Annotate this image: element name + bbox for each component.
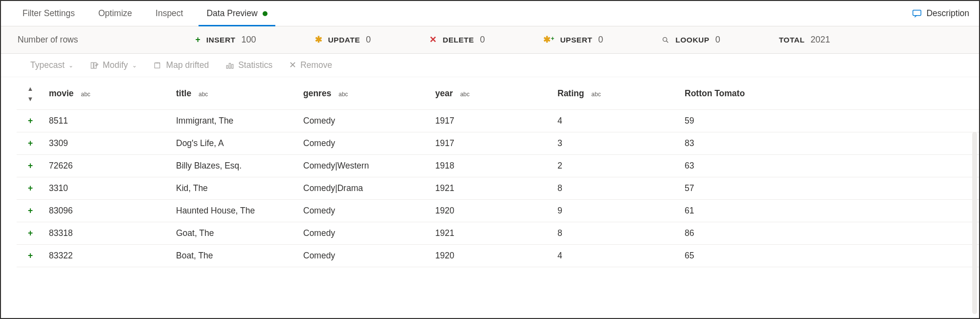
stat-total-label: TOTAL	[779, 36, 805, 44]
statistics-button[interactable]: Statistics	[220, 60, 278, 70]
modify-label: Modify	[103, 60, 128, 70]
svg-rect-6	[229, 64, 231, 69]
x-icon: ✕	[429, 35, 437, 45]
stat-total: TOTAL 2021	[779, 35, 830, 45]
description-button[interactable]: Description	[912, 8, 979, 19]
column-header-rotton-tomato[interactable]: Rotton Tomato	[680, 77, 979, 110]
column-header-year[interactable]: year abc	[430, 77, 553, 110]
tabs-bar: Filter Settings Optimize Inspect Data Pr…	[1, 1, 979, 26]
stat-upsert-label: UPSERT	[560, 36, 592, 44]
row-insert-mark-icon: +	[17, 177, 44, 200]
cell-genres: Comedy|Drama	[298, 177, 430, 200]
type-badge: abc	[199, 91, 208, 98]
remove-label: Remove	[300, 60, 332, 70]
cell-year: 1921	[430, 177, 553, 200]
svg-rect-4	[155, 63, 160, 68]
cell-rotton-tomato: 61	[680, 200, 979, 222]
stat-insert-value: 100	[242, 35, 256, 45]
typecast-label: Typecast	[30, 60, 65, 70]
cell-rotton-tomato: 57	[680, 177, 979, 200]
stat-insert-label: INSERT	[206, 36, 236, 44]
cell-genres: Comedy|Western	[298, 155, 430, 177]
search-icon	[662, 35, 669, 45]
vertical-scrollbar[interactable]	[972, 132, 977, 314]
column-name: Rotton Tomato	[685, 88, 745, 98]
table-row[interactable]: + 3309 Dog's Life, A Comedy 1917 3 83	[17, 132, 979, 155]
status-dot-icon	[263, 11, 267, 16]
cell-movie: 3309	[44, 132, 171, 155]
column-header-movie[interactable]: movie abc	[44, 77, 171, 110]
description-label: Description	[926, 8, 969, 19]
column-header-rating[interactable]: Rating abc	[553, 77, 680, 110]
tab-filter-settings[interactable]: Filter Settings	[11, 1, 87, 26]
cell-title: Haunted House, The	[171, 200, 298, 222]
column-name: genres	[303, 88, 331, 98]
stat-delete-value: 0	[480, 35, 485, 45]
cell-rotton-tomato: 59	[680, 110, 979, 132]
stat-insert: + INSERT 100	[196, 35, 256, 45]
cell-rating: 4	[553, 110, 680, 132]
tab-optimize[interactable]: Optimize	[87, 1, 144, 26]
table-row[interactable]: + 72626 Billy Blazes, Esq. Comedy|Wester…	[17, 155, 979, 177]
cell-title: Boat, The	[171, 245, 298, 267]
row-insert-mark-icon: +	[17, 222, 44, 245]
table-row[interactable]: + 3310 Kid, The Comedy|Drama 1921 8 57	[17, 177, 979, 200]
stat-update-value: 0	[366, 35, 371, 45]
cell-genres: Comedy	[298, 132, 430, 155]
cell-movie: 83318	[44, 222, 171, 245]
close-icon: ✕	[289, 60, 296, 70]
remove-button[interactable]: ✕ Remove	[283, 60, 338, 70]
stat-lookup: LOOKUP 0	[662, 35, 720, 45]
cell-year: 1920	[430, 200, 553, 222]
stats-bar: Number of rows + INSERT 100 ✱ UPDATE 0 ✕…	[1, 26, 979, 54]
data-table-wrap: ▲▼ movie abc title abc genres abc year a…	[1, 77, 979, 267]
cell-rotton-tomato: 86	[680, 222, 979, 245]
map-drifted-button[interactable]: Map drifted	[148, 60, 215, 70]
cell-title: Billy Blazes, Esq.	[171, 155, 298, 177]
table-toolbar: Typecast ⌄ Modify ⌄ Map drifted Statisti…	[1, 54, 979, 77]
sort-column-header[interactable]: ▲▼	[17, 77, 44, 110]
svg-rect-2	[91, 63, 93, 68]
stat-upsert: ✱+ UPSERT 0	[543, 35, 603, 45]
rows-label: Number of rows	[18, 35, 78, 45]
column-header-genres[interactable]: genres abc	[298, 77, 430, 110]
cell-movie: 3310	[44, 177, 171, 200]
cell-rotton-tomato: 63	[680, 155, 979, 177]
cell-movie: 8511	[44, 110, 171, 132]
stat-update-label: UPDATE	[328, 36, 360, 44]
data-table: ▲▼ movie abc title abc genres abc year a…	[17, 77, 979, 267]
cell-rating: 8	[553, 177, 680, 200]
column-name: year	[435, 88, 453, 98]
cell-genres: Comedy	[298, 222, 430, 245]
table-row[interactable]: + 8511 Immigrant, The Comedy 1917 4 59	[17, 110, 979, 132]
cell-year: 1917	[430, 132, 553, 155]
table-row[interactable]: + 83318 Goat, The Comedy 1921 8 86	[17, 222, 979, 245]
tab-label: Inspect	[156, 8, 183, 19]
column-header-title[interactable]: title abc	[171, 77, 298, 110]
tab-label: Data Preview	[206, 8, 257, 19]
plus-icon: +	[196, 35, 200, 45]
table-row[interactable]: + 83096 Haunted House, The Comedy 1920 9…	[17, 200, 979, 222]
table-row[interactable]: + 83322 Boat, The Comedy 1920 4 65	[17, 245, 979, 267]
statistics-label: Statistics	[238, 60, 272, 70]
type-badge: abc	[338, 91, 348, 98]
cell-title: Kid, The	[171, 177, 298, 200]
stat-lookup-value: 0	[715, 35, 720, 45]
tab-inspect[interactable]: Inspect	[144, 1, 195, 26]
modify-button[interactable]: Modify ⌄	[84, 60, 143, 70]
typecast-button[interactable]: Typecast ⌄	[24, 60, 79, 70]
row-insert-mark-icon: +	[17, 132, 44, 155]
comment-icon	[912, 8, 922, 19]
upsert-icon: ✱+	[543, 35, 554, 45]
edit-columns-icon	[90, 60, 99, 70]
cell-movie: 83096	[44, 200, 171, 222]
stat-total-value: 2021	[810, 35, 830, 45]
tab-data-preview[interactable]: Data Preview	[195, 1, 279, 26]
statistics-icon	[225, 60, 234, 70]
svg-rect-7	[232, 64, 233, 68]
type-badge: abc	[81, 91, 90, 98]
cell-movie: 72626	[44, 155, 171, 177]
cell-title: Goat, The	[171, 222, 298, 245]
map-drifted-label: Map drifted	[166, 60, 209, 70]
row-insert-mark-icon: +	[17, 245, 44, 267]
